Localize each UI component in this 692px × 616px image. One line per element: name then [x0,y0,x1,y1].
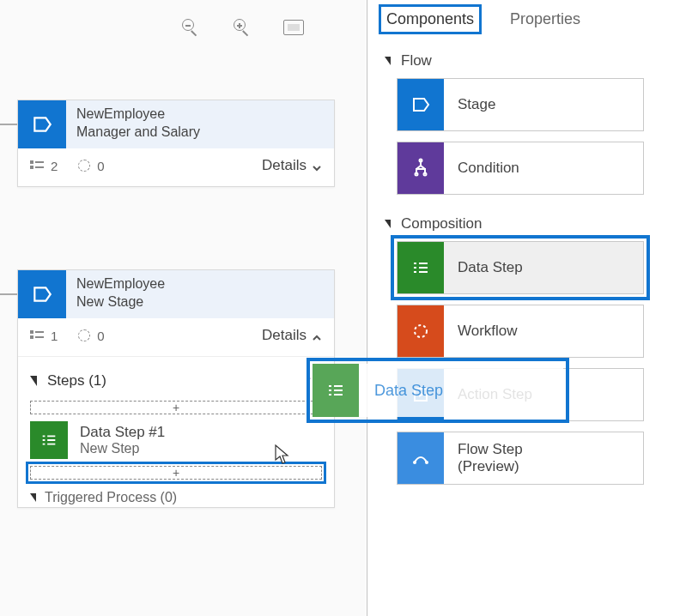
fit-screen-icon[interactable] [283,20,304,35]
component-stage[interactable]: Stage [397,78,644,131]
triggered-process-row[interactable]: Triggered Process (0) [30,481,322,507]
collapse-icon [385,220,391,228]
component-condition[interactable]: Condition [397,142,644,195]
triggers-icon [78,160,90,172]
details-label: Details [262,327,307,344]
collapse-icon [385,57,391,65]
details-toggle[interactable]: Details [262,327,322,344]
data-step-icon [30,421,68,459]
section-flow[interactable]: Flow [385,52,683,69]
designer-canvas[interactable]: NewEmployee Manager and Salary 2 0 Detai… [0,0,366,616]
tab-properties[interactable]: Properties [505,7,586,32]
stage-card[interactable]: NewEmployee Manager and Salary 2 0 Detai… [17,100,335,187]
collapse-icon[interactable] [30,376,37,386]
component-label: Condition [444,142,519,194]
condition-icon [398,142,444,194]
details-toggle[interactable]: Details [262,157,322,174]
component-flow-step[interactable]: Flow Step (Preview) [397,432,644,485]
component-data-step[interactable]: Data Step [397,241,644,294]
component-workflow[interactable]: Workflow [397,305,644,358]
steps-count: 1 [51,329,58,343]
chevron-down-icon [312,160,322,171]
steps-count: 2 [51,159,58,173]
section-label: Flow [401,52,432,69]
section-composition[interactable]: Composition [385,215,683,233]
section-label: Composition [401,215,483,233]
connector-line [0,293,17,295]
drop-slot[interactable]: + [30,401,322,414]
component-label: Stage [444,79,495,130]
drag-ghost-label: Data Step [359,364,443,417]
data-step-icon [313,364,359,417]
steps-section: Steps (1) ↑↓ + Data Step #1 New Step + [18,356,334,507]
canvas-toolbar [180,17,304,38]
fade-overlay [17,542,335,558]
triggers-count: 0 [97,159,104,173]
steps-count-icon [30,330,44,341]
svg-point-6 [425,461,428,464]
stage-subtitle: New Stage [76,293,165,311]
cursor-icon [275,444,290,465]
flow-step-icon [398,432,444,484]
triggers-count: 0 [97,329,104,343]
connector-line [0,124,17,125]
components-panel: Components Properties Flow Stage Conditi… [378,7,692,495]
stage-header: NewEmployee Manager and Salary [18,100,334,148]
step-title: Data Step #1 [80,424,165,441]
data-step-icon [398,242,444,293]
details-label: Details [262,157,307,174]
component-label: Flow Step (Preview) [444,432,523,484]
stage-name: NewEmployee [76,275,165,293]
step-subtitle: New Step [80,441,165,456]
triggers-icon [78,329,90,341]
stage-header: NewEmployee New Stage [18,270,334,318]
stage-icon [398,79,444,130]
svg-point-3 [415,325,427,337]
panel-tabs: Components Properties [378,7,683,32]
drop-plus: + [173,466,179,480]
chevron-up-icon [312,330,322,341]
svg-point-5 [413,461,416,464]
workflow-icon [398,305,444,357]
steps-header-label: Steps (1) [47,372,106,390]
zoom-in-icon[interactable] [232,17,252,38]
drop-plus: + [173,401,179,414]
stage-icon [18,100,66,148]
zoom-out-icon[interactable] [180,17,201,38]
stage-subtitle: Manager and Salary [76,124,200,142]
stage-icon [18,270,66,318]
stage-card[interactable]: NewEmployee New Stage 1 0 Details [17,269,335,508]
triggered-label: Triggered Process (0) [45,490,177,505]
tab-components[interactable]: Components [381,7,479,32]
collapse-icon [30,493,36,502]
drop-slot-active[interactable]: + [30,466,322,480]
stage-name: NewEmployee [76,106,200,124]
component-label: Data Step [444,242,523,293]
panel-divider[interactable] [367,0,367,616]
component-label: Workflow [444,305,518,357]
steps-count-icon [30,160,44,171]
drag-ghost-data-step: Data Step [313,364,563,417]
